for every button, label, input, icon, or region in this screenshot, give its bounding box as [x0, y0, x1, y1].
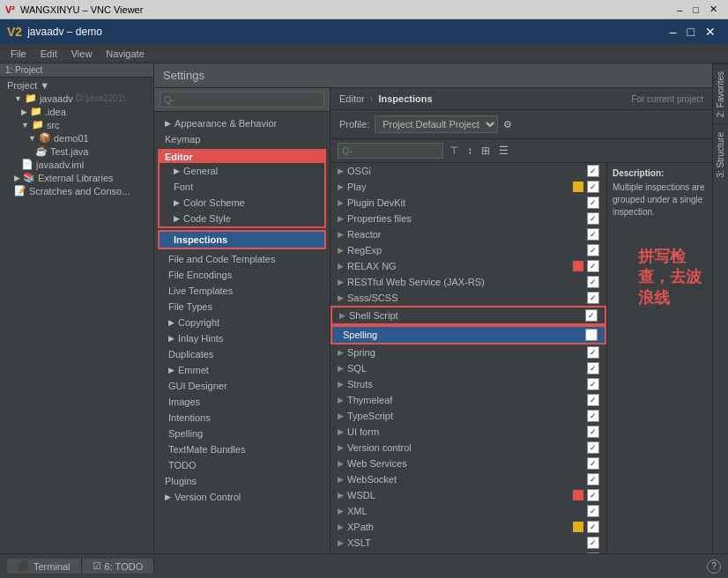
insp-restful[interactable]: ▶ RESTful Web Service (JAX-RS) ✓: [331, 274, 606, 290]
nav-gui-designer[interactable]: GUI Designer: [154, 378, 330, 394]
regexp-check[interactable]: ✓: [587, 244, 599, 256]
websock-check[interactable]: ✓: [587, 473, 599, 485]
profile-select[interactable]: Project Default Project: [375, 115, 498, 133]
xml-check[interactable]: ✓: [587, 505, 599, 517]
filter-btn[interactable]: ⊤: [447, 144, 461, 158]
ui-check[interactable]: ✓: [587, 426, 599, 438]
insp-spelling[interactable]: Spelling: [331, 325, 606, 345]
minimize-btn[interactable]: –: [665, 25, 682, 39]
nav-general[interactable]: ▶ General: [160, 163, 324, 179]
nav-plugins[interactable]: Plugins: [154, 473, 330, 489]
nav-file-code-templates[interactable]: File and Code Templates: [154, 251, 330, 267]
tree-idea[interactable]: ▶ 📁 .idea: [0, 105, 153, 118]
menu-view[interactable]: View: [64, 47, 100, 61]
insp-regexp[interactable]: ▶ RegExp ✓: [331, 242, 606, 258]
vc-check[interactable]: ✓: [587, 441, 599, 454]
insp-wsdl[interactable]: ▶ WSDL ✓: [331, 487, 606, 503]
props-check[interactable]: ✓: [587, 212, 599, 225]
spring-check[interactable]: ✓: [587, 346, 599, 359]
insp-web-services[interactable]: ▶ Web Services ✓: [331, 456, 606, 471]
insp-thymeleaf[interactable]: ▶ Thymeleaf ✓: [331, 392, 606, 408]
tree-ext-libraries[interactable]: ▶ 📚 External Libraries: [0, 171, 153, 184]
nav-keymap[interactable]: Keymap: [154, 131, 330, 147]
struts-check[interactable]: ✓: [587, 378, 599, 390]
spelling-check[interactable]: [585, 329, 598, 341]
insp-ui-form[interactable]: ▶ UI form ✓: [331, 424, 606, 440]
vnc-maximize[interactable]: □: [687, 4, 704, 15]
insp-sass[interactable]: ▶ Sass/SCSS ✓: [331, 290, 606, 306]
rest-check[interactable]: ✓: [587, 276, 599, 288]
insp-plugin-devkit[interactable]: ▶ Plugin DevKit ✓: [331, 195, 606, 211]
relax-check[interactable]: ✓: [587, 260, 599, 272]
settings-search-input[interactable]: [160, 92, 324, 107]
nav-duplicates[interactable]: Duplicates: [154, 346, 330, 362]
insp-xml[interactable]: ▶ XML ✓: [331, 503, 606, 519]
insp-typescript[interactable]: ▶ TypeScript ✓: [331, 408, 606, 424]
project-tab[interactable]: 1: Project: [0, 63, 153, 78]
sql-check[interactable]: ✓: [587, 362, 599, 374]
insp-relax-ng[interactable]: ▶ RELAX NG ✓: [331, 258, 606, 274]
insp-play[interactable]: ▶ Play ✓: [331, 179, 606, 195]
tree-javaadv[interactable]: ▼ 📁 javaadv D:\java2201\: [0, 92, 153, 105]
nav-live-templates[interactable]: Live Templates: [154, 283, 330, 299]
nav-inspections-box[interactable]: Inspections: [158, 230, 326, 249]
tree-demo01[interactable]: ▼ 📦 demo01: [0, 131, 153, 144]
inspections-search-input[interactable]: [338, 143, 443, 159]
nav-appearance[interactable]: ▶ Appearance & Behavior: [154, 115, 330, 131]
insp-xpath[interactable]: ▶ XPath ✓: [331, 519, 606, 535]
nav-todo[interactable]: TODO: [154, 457, 330, 473]
wsdl-check[interactable]: ✓: [587, 489, 599, 501]
side-tab-structure[interactable]: 3: Structure: [713, 124, 728, 185]
insp-spring[interactable]: ▶ Spring ✓: [331, 345, 606, 360]
project-root[interactable]: Project ▼: [0, 79, 153, 92]
nav-textmate[interactable]: TextMate Bundles: [154, 441, 330, 457]
shell-check[interactable]: ✓: [585, 309, 598, 322]
nav-editor[interactable]: Editor: [160, 151, 324, 163]
vnc-close[interactable]: ✕: [704, 4, 723, 15]
insp-struts[interactable]: ▶ Struts ✓: [331, 376, 606, 392]
nav-color-scheme[interactable]: ▶ Color Scheme: [160, 195, 324, 211]
close-btn[interactable]: ✕: [700, 25, 721, 39]
insp-websocket[interactable]: ▶ WebSocket ✓: [331, 471, 606, 487]
insp-properties[interactable]: ▶ Properties files ✓: [331, 211, 606, 226]
nav-code-style[interactable]: ▶ Code Style: [160, 211, 324, 226]
nav-version-control[interactable]: ▶ Version Control: [154, 489, 330, 505]
menu-edit[interactable]: Edit: [33, 47, 64, 61]
nav-images[interactable]: Images: [154, 394, 330, 410]
insp-shell-script[interactable]: ▶ Shell Script ✓: [331, 306, 606, 325]
tree-src[interactable]: ▼ 📁 src: [0, 118, 153, 131]
tree-test-java[interactable]: ☕ Test.java: [0, 144, 153, 158]
sass-check[interactable]: ✓: [587, 292, 599, 304]
nav-copyright[interactable]: ▶ Copyright: [154, 315, 330, 330]
maximize-btn[interactable]: □: [682, 25, 700, 39]
ts-check[interactable]: ✓: [587, 410, 599, 422]
vnc-minimize[interactable]: –: [672, 4, 687, 15]
bottom-help-btn[interactable]: ?: [707, 559, 721, 574]
thymeleaf-check[interactable]: ✓: [587, 394, 599, 406]
insp-sql[interactable]: ▶ SQL ✓: [331, 360, 606, 376]
play-check[interactable]: ✓: [587, 181, 599, 193]
menu-navigate[interactable]: Navigate: [99, 47, 151, 61]
todo-tab[interactable]: ☑ 6: TODO: [82, 559, 155, 574]
nav-intentions[interactable]: Intentions: [154, 410, 330, 426]
reactor-check[interactable]: ✓: [587, 228, 599, 241]
terminal-tab[interactable]: ⬛ Terminal: [7, 559, 82, 574]
nav-emmet[interactable]: ▶ Emmet: [154, 362, 330, 378]
nav-file-types[interactable]: File Types: [154, 299, 330, 315]
menu-file[interactable]: File: [4, 47, 33, 61]
osgi-check[interactable]: ✓: [587, 165, 599, 177]
sort-btn[interactable]: ↕: [464, 144, 475, 158]
expand-all-btn[interactable]: ⊞: [479, 144, 493, 158]
tree-iml[interactable]: 📄 javaadv.iml: [0, 158, 153, 171]
insp-version-control[interactable]: ▶ Version control ✓: [331, 440, 606, 456]
xslt-check[interactable]: ✓: [587, 537, 599, 549]
nav-font[interactable]: Font: [160, 179, 324, 195]
nav-spelling[interactable]: Spelling: [154, 426, 330, 441]
insp-reactor[interactable]: ▶ Reactor ✓: [331, 226, 606, 242]
collapse-all-btn[interactable]: ☰: [496, 144, 511, 158]
side-tab-favorites[interactable]: 2: Favorites: [713, 63, 728, 124]
nav-inspections[interactable]: Inspections: [160, 232, 324, 248]
ws-check[interactable]: ✓: [587, 457, 599, 470]
profile-gear-icon[interactable]: ⚙: [503, 119, 512, 130]
xpath-check[interactable]: ✓: [587, 521, 599, 533]
